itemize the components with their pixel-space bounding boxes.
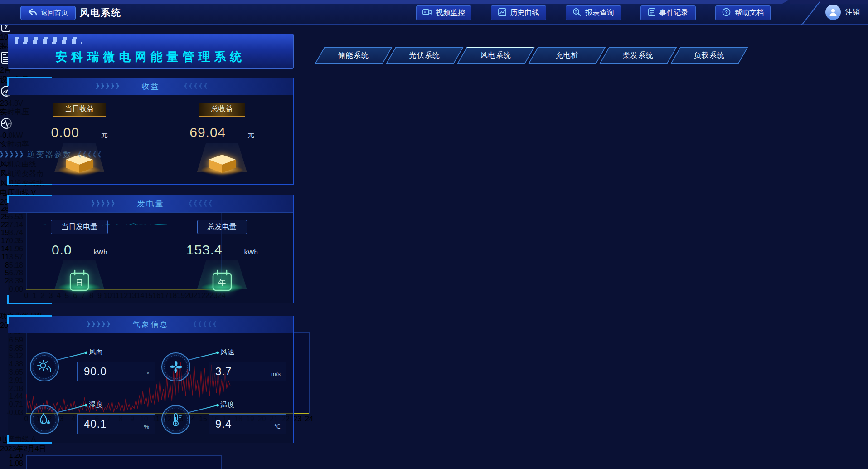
wind-direction-label: 风向 <box>89 348 103 357</box>
income-header: 》》》》》 收益 《《《《《 <box>8 78 293 95</box>
wind-speed-icon <box>161 352 190 381</box>
svg-text:24: 24 <box>305 415 313 423</box>
humidity-label: 湿度 <box>89 401 103 409</box>
brand-panel: 安科瑞微电网能量管理系统 <box>8 34 294 69</box>
weather-title: 气象信息 <box>133 319 169 330</box>
generation-header: 》》》》》 发电量 《《《《《 <box>8 195 293 213</box>
daily-income-metric: 当日收益 0.00 元 <box>16 103 143 176</box>
current-chart: 1.201.080.960.840.720.600.480.360.240.12… <box>0 454 229 469</box>
tab-charging-pile[interactable]: 充电桩 <box>528 47 606 64</box>
calendar-year-icon: 年 <box>197 260 247 293</box>
document-icon <box>648 8 655 18</box>
daily-income-label: 当日收益 <box>53 103 106 117</box>
chevrons-left-icon: 《《《《《 <box>74 151 99 158</box>
back-arrow-icon <box>28 8 37 18</box>
wind-direction-icon <box>30 352 59 381</box>
daily-generation-value: 0.0 <box>52 242 72 258</box>
temperature-item: 温度 9.4 ℃ <box>161 396 291 438</box>
generation-panel: 》》》》》 发电量 《《《《《 当日发电量 0.0 kWh 日 总发电量 153… <box>8 195 294 303</box>
humidity-icon <box>30 405 59 434</box>
back-home-button[interactable]: 返回首页 <box>20 6 76 20</box>
brand-stripes-decor <box>15 37 82 44</box>
svg-text:日: 日 <box>76 278 83 287</box>
total-generation-unit: kWh <box>244 248 258 256</box>
gold-box-icon <box>54 143 104 176</box>
income-title: 收益 <box>142 81 160 92</box>
wind-direction-value-box: 90.0 ° <box>77 362 155 381</box>
connector-line <box>188 405 217 413</box>
top-actions: 视频监控 历史曲线 报表查询 事件记录 ? 帮助文档 <box>416 5 771 20</box>
connector-line <box>56 405 86 413</box>
svg-text:1.08: 1.08 <box>9 459 23 467</box>
total-income-metric: 总收益 69.04 元 <box>159 103 286 176</box>
gold-box-icon <box>197 143 247 176</box>
topbar-diagonal-divider <box>801 1 820 25</box>
history-chart-icon <box>498 8 506 18</box>
chevrons-left-icon: 《《《《《 <box>181 82 206 91</box>
humidity-value-box: 40.1 % <box>77 414 155 434</box>
chevrons-left-icon: 《《《《《 <box>185 200 210 208</box>
video-monitor-button[interactable]: 视频监控 <box>416 5 471 20</box>
total-generation-metric: 总发电量 153.4 kWh 年 <box>159 220 286 293</box>
temperature-icon <box>161 405 190 434</box>
connector-line <box>188 352 217 361</box>
system-tabs: 储能系统 光伏系统 风电系统 充电桩 柴发系统 负载系统 <box>320 47 743 64</box>
top-bar: 返回首页 风电系统 视频监控 历史曲线 报表查询 事件记录 ? 帮助文档 <box>0 0 868 25</box>
daily-income-value: 0.00 <box>51 125 79 140</box>
magnifier-icon <box>572 8 581 18</box>
generation-title: 发电量 <box>137 199 165 209</box>
tab-wind-system[interactable]: 风电系统 <box>457 47 535 64</box>
tab-storage-system[interactable]: 储能系统 <box>315 47 393 64</box>
top-accent-strip-end <box>790 0 868 4</box>
dashboard-root: 返回首页 风电系统 视频监控 历史曲线 报表查询 事件记录 ? 帮助文档 <box>0 0 868 469</box>
event-log-button[interactable]: 事件记录 <box>640 5 696 20</box>
page-title: 风电系统 <box>80 6 121 19</box>
current-chart-date: 2023年2月4日 <box>0 445 229 454</box>
tab-load-system[interactable]: 负载系统 <box>670 47 748 64</box>
daily-generation-unit: kWh <box>94 248 107 256</box>
temperature-value-box: 9.4 ℃ <box>209 414 286 434</box>
tab-diesel-system[interactable]: 柴发系统 <box>599 47 677 64</box>
weather-header: 》》》》》 气象信息 《《《《《 <box>8 316 293 333</box>
user-avatar[interactable] <box>825 5 841 20</box>
total-income-label: 总收益 <box>199 103 245 117</box>
chevrons-right-icon: 》》》》》 <box>87 320 112 329</box>
video-camera-icon <box>422 8 432 18</box>
svg-text:23: 23 <box>293 415 301 423</box>
report-query-button[interactable]: 报表查询 <box>566 5 621 20</box>
chevrons-right-icon: 》》》》》 <box>96 82 121 91</box>
tab-pv-system[interactable]: 光伏系统 <box>386 47 464 64</box>
daily-income-unit: 元 <box>101 131 108 139</box>
svg-text:?: ? <box>725 10 728 15</box>
chevrons-right-icon: 》》》》》 <box>92 200 116 208</box>
total-generation-label: 总发电量 <box>197 220 247 234</box>
wind-speed-value-box: 3.7 m/s <box>209 362 286 381</box>
question-circle-icon: ? <box>722 8 731 18</box>
temperature-label: 温度 <box>220 401 235 409</box>
income-panel: 》》》》》 收益 《《《《《 当日收益 0.00 元 总收益 69.04 <box>8 78 294 185</box>
daily-generation-metric: 当日发电量 0.0 kWh 日 <box>16 220 143 293</box>
back-home-label: 返回首页 <box>41 9 68 17</box>
calendar-day-icon: 日 <box>54 260 104 293</box>
wind-direction-item: 风向 90.0 ° <box>30 343 160 385</box>
history-curve-button[interactable]: 历史曲线 <box>491 5 546 20</box>
weather-panel: 》》》》》 气象信息 《《《《《 风向 90.0 ° <box>8 316 294 443</box>
humidity-item: 湿度 40.1 % <box>30 396 160 438</box>
wind-speed-item: 风速 3.7 m/s <box>161 343 291 385</box>
chevrons-left-icon: 《《《《《 <box>190 320 215 329</box>
brand-title: 安科瑞微电网能量管理系统 <box>8 49 293 65</box>
total-income-value: 69.04 <box>189 125 226 140</box>
svg-text:1.20: 1.20 <box>9 454 23 459</box>
chevrons-right-icon: 》》》》》 <box>0 151 25 158</box>
total-income-unit: 元 <box>247 131 254 139</box>
top-accent-strip <box>0 0 789 4</box>
wind-speed-label: 风速 <box>220 348 235 357</box>
total-generation-value: 153.4 <box>186 242 223 258</box>
svg-text:年: 年 <box>218 278 226 287</box>
user-box: 注销 <box>825 5 860 20</box>
daily-generation-label: 当日发电量 <box>51 220 108 234</box>
help-doc-button[interactable]: ? 帮助文档 <box>715 5 771 20</box>
connector-line <box>56 352 86 361</box>
logout-button[interactable]: 注销 <box>845 8 860 17</box>
